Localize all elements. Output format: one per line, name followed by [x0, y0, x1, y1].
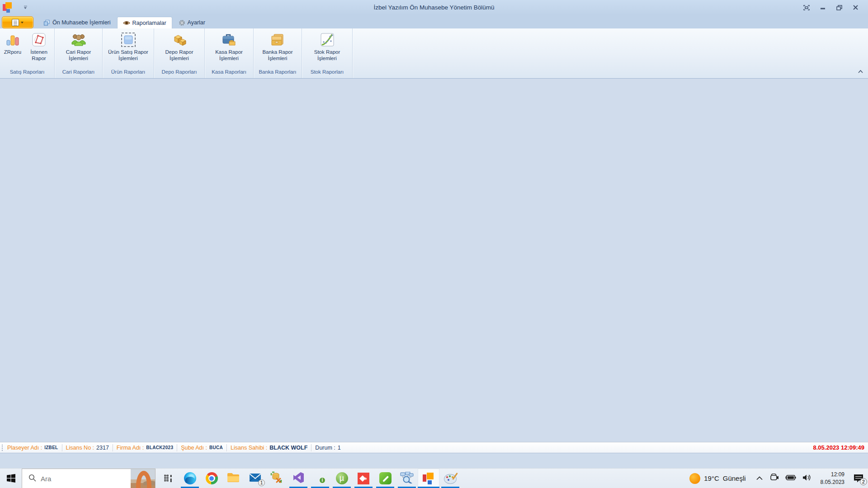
notification-badge: 2: [860, 478, 867, 485]
chrome-taskbar-button[interactable]: [201, 469, 222, 488]
ribbon-group-banka-raporlari: Banka Rapor İşlemleri Banka Raporları: [254, 28, 302, 78]
chevron-up-icon[interactable]: [756, 474, 763, 483]
ribbon-collapse-button[interactable]: [858, 67, 863, 75]
title-bar: İzbel Yazılım Ön Muhasebe Yönetim Bölümü: [0, 0, 868, 15]
notes-pencil-icon: [379, 472, 392, 484]
zraporu-button[interactable]: ZRporu: [1, 31, 24, 56]
window-controls: [798, 2, 863, 13]
ribbon-group-caption: Depo Raporları: [154, 69, 204, 78]
mail-taskbar-button[interactable]: 1: [244, 469, 266, 488]
tab-label: Raporlamalar: [132, 20, 166, 26]
network-scan-taskbar-button[interactable]: [396, 469, 418, 488]
status-datetime: 8.05.2023 12:09:49: [813, 444, 864, 451]
system-tray: [751, 469, 816, 488]
fullscreen-button[interactable]: [798, 2, 815, 13]
sun-icon: [689, 473, 700, 484]
minimize-button[interactable]: [815, 2, 831, 13]
notification-center-button[interactable]: 2: [849, 469, 868, 488]
notebook-icon: [12, 19, 19, 26]
weather-condition: Güneşli: [723, 474, 746, 482]
search-icon: [28, 474, 36, 483]
status-sube: Şube Adı : BUCA: [177, 445, 226, 451]
sql-tools-icon: [270, 471, 283, 486]
tab-on-muhasebe-islemleri[interactable]: Ön Muhasebe İşlemleri: [38, 17, 116, 28]
anydesk-taskbar-button[interactable]: ›: [353, 469, 374, 488]
ribbon-group-satis-raporlari: ZRporu İstenen Rapor Satış: [0, 28, 55, 78]
tab-label: Ön Muhasebe İşlemleri: [52, 19, 111, 26]
visual-studio-taskbar-button[interactable]: [288, 469, 309, 488]
ribbon-group-stok-raporlari: Stok Rapor İşlemleri Stok Raporları: [302, 28, 353, 78]
ribbon-group-caption: Kasa Raporları: [205, 69, 253, 78]
tab-ayarlar[interactable]: Ayarlar: [173, 17, 211, 28]
status-durum: Durum : 1: [311, 445, 344, 451]
search-input[interactable]: [41, 475, 131, 483]
clock-time: 12:09: [831, 471, 844, 478]
notes-taskbar-button[interactable]: [374, 469, 396, 488]
ribbon-group-depo-raporlari: Depo Rapor İşlemleri Depo Raporları: [154, 28, 205, 78]
button-label: İstenen Rapor: [26, 49, 52, 61]
cari-rapor-islemleri-button[interactable]: Cari Rapor İşlemleri: [60, 31, 98, 62]
taskbar: 1: [0, 468, 868, 488]
clock-date: 8.05.2023: [821, 479, 844, 486]
urun-satis-rapor-islemleri-button[interactable]: Ürün Satış Rapor İşlemleri: [105, 31, 151, 62]
button-label: Ürün Satış Rapor İşlemleri: [107, 49, 150, 61]
izbel-app-taskbar-button[interactable]: [418, 469, 439, 488]
restore-button[interactable]: [831, 2, 847, 13]
file-explorer-icon: [227, 472, 240, 485]
chrome-icon: [206, 472, 218, 484]
people-icon: [71, 32, 86, 47]
mail-badge: 1: [258, 479, 265, 486]
ribbon: ZRporu İstenen Rapor Satış: [0, 28, 868, 79]
window-title: İzbel Yazılım Ön Muhasebe Yönetim Bölümü: [0, 4, 868, 11]
eye-icon: [123, 20, 130, 26]
depo-rapor-islemleri-button[interactable]: Depo Rapor İşlemleri: [160, 31, 199, 62]
battery-icon[interactable]: [785, 474, 796, 483]
application-menu-button[interactable]: [2, 16, 33, 28]
camera-icon[interactable]: [769, 474, 779, 483]
status-bar: Plaseyer Adı : IZBEL Lisans No : 2317 Fi…: [0, 442, 868, 453]
boxes-icon: [172, 32, 187, 47]
start-button[interactable]: [0, 469, 22, 488]
anydesk-icon: ›: [358, 473, 369, 484]
istenen-rapor-button[interactable]: İstenen Rapor: [24, 31, 53, 62]
tab-label: Ayarlar: [188, 19, 205, 26]
weather-temperature: 19°C: [704, 474, 719, 482]
profile-badge-icon: i: [319, 477, 326, 483]
status-lisans-no: Lisans No : 2317: [62, 445, 113, 451]
status-plaseyer: Plaseyer Adı : IZBEL: [4, 445, 62, 451]
paint-taskbar-button[interactable]: [439, 469, 461, 488]
workspace-area: [0, 79, 868, 442]
file-explorer-taskbar-button[interactable]: [222, 469, 244, 488]
edge-taskbar-button[interactable]: [179, 469, 201, 488]
banka-rapor-islemleri-button[interactable]: Banka Rapor İşlemleri: [258, 31, 297, 62]
briefcase-folder-icon: [222, 32, 237, 47]
ribbon-group-cari-raporlari: Cari Rapor İşlemleri Cari Raporları: [55, 28, 103, 78]
selection-square-icon: [121, 32, 136, 47]
speaker-icon[interactable]: [802, 474, 811, 483]
chevron-down-icon: [21, 22, 24, 23]
chrome-profile-taskbar-button[interactable]: i: [309, 469, 331, 488]
paint-icon: [444, 473, 457, 484]
close-button[interactable]: [847, 2, 863, 13]
sql-tools-taskbar-button[interactable]: [266, 469, 288, 488]
windows-stack-icon: [43, 19, 50, 26]
task-view-button[interactable]: [157, 469, 179, 488]
bar-chart-icon: [5, 32, 20, 47]
window-footer-strip: [0, 453, 868, 468]
taskbar-search[interactable]: [22, 469, 156, 488]
utorrent-taskbar-button[interactable]: µ: [331, 469, 353, 488]
ribbon-tab-row: Ön Muhasebe İşlemleri Raporlamalar Aya: [0, 15, 868, 28]
stok-rapor-islemleri-button[interactable]: Stok Rapor İşlemleri: [308, 31, 347, 62]
status-firma: Firma Adı : BLACK2023: [113, 445, 177, 451]
tab-raporlamalar[interactable]: Raporlamalar: [117, 17, 172, 28]
ribbon-group-caption: Banka Raporları: [254, 69, 302, 78]
izbel-app-icon: [423, 473, 434, 484]
kasa-rapor-islemleri-button[interactable]: Kasa Rapor İşlemleri: [210, 31, 249, 62]
taskbar-clock[interactable]: 12:09 8.05.2023: [816, 469, 849, 488]
gear-icon: [179, 19, 185, 26]
weather-widget[interactable]: 19°C Güneşli: [684, 469, 751, 488]
button-label: Stok Rapor İşlemleri: [309, 49, 345, 61]
status-lisans-sahibi: Lisans Sahibi : BLACK WOLF: [227, 445, 311, 451]
screen: İzbel Yazılım Ön Muhasebe Yönetim Bölümü: [0, 0, 868, 488]
network-scan-icon: [400, 472, 414, 485]
